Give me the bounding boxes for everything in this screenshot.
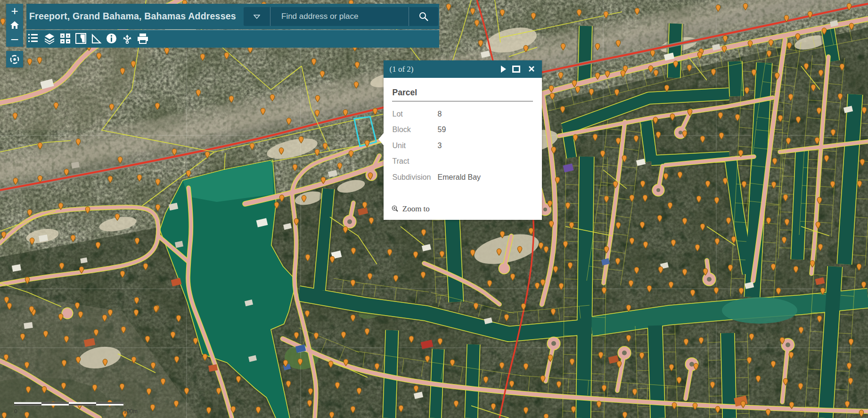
svg-text:0: 0 [14,408,17,415]
svg-text:100m: 100m [123,408,138,415]
